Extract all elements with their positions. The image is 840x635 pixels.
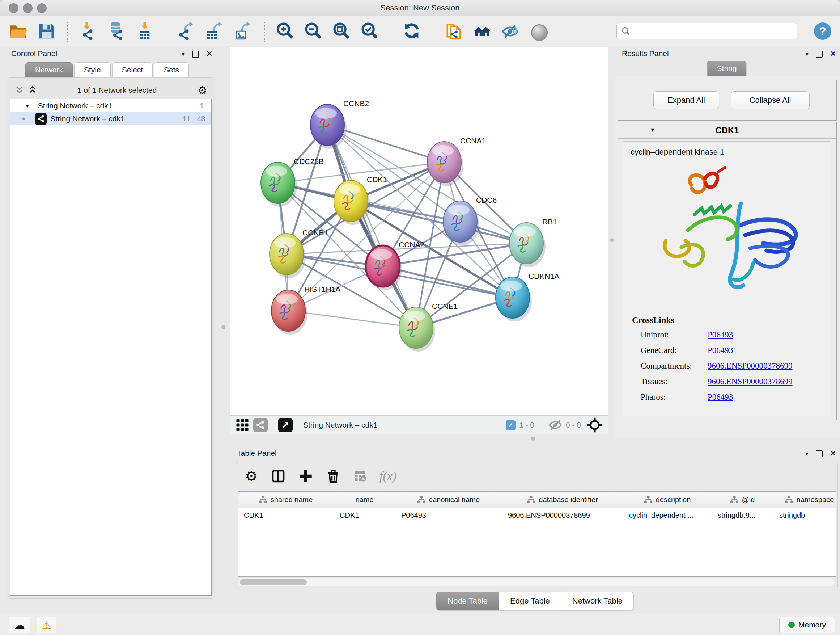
delete-column-icon[interactable] xyxy=(326,469,340,483)
tab-network[interactable]: Network xyxy=(25,62,73,77)
network-graph[interactable]: CCNB2CCNA1CDC25BCDK1CDC6RB1CCNB1CCNA2CDK… xyxy=(230,47,608,415)
column-header-namespace[interactable]: namespace xyxy=(774,492,836,508)
edge-CDK1-RB1[interactable] xyxy=(351,201,526,243)
node-label-CDK1: CDK1 xyxy=(367,175,387,184)
panel-menu-button[interactable]: ▾ xyxy=(806,51,808,57)
panel-close-button[interactable]: ✕ xyxy=(830,449,836,458)
warnings-button[interactable]: ⚠ xyxy=(37,616,57,633)
panel-float-button[interactable] xyxy=(816,450,823,457)
crosslink-link[interactable]: 9606.ENSP00000378699 xyxy=(707,377,793,386)
import-network-from-file-button[interactable] xyxy=(79,21,98,41)
tab-sets[interactable]: Sets xyxy=(154,62,189,77)
control-panel-title: Control Panel xyxy=(11,49,57,58)
results-panel: Results Panel ▾ ✕ String Expand All Coll… xyxy=(615,47,840,437)
protein-structure-image xyxy=(642,161,812,306)
protein-description: cyclin–dependent kinase 1 xyxy=(623,141,831,157)
protein-section-header[interactable]: ▼ CDK1 xyxy=(618,122,836,139)
crosslink-row: Tissues:9606.ENSP00000378699 xyxy=(641,377,831,386)
fit-selected-crosshair-icon[interactable] xyxy=(587,417,603,433)
column-header-shared-name[interactable]: shared name xyxy=(238,492,334,508)
network-collection-row[interactable]: ▼ String Network – cdk1 1 xyxy=(10,99,211,112)
node-table[interactable]: shared namenamecanonical namedatabase id… xyxy=(238,491,836,577)
search-box[interactable] xyxy=(616,23,797,40)
gear-icon[interactable]: ⚙ xyxy=(197,84,207,97)
zoom-out-button[interactable] xyxy=(304,21,324,41)
splitter-grip[interactable] xyxy=(531,437,535,440)
panel-float-button[interactable] xyxy=(192,51,199,57)
zoom-selected-button[interactable] xyxy=(360,21,380,41)
expand-all-icon[interactable] xyxy=(28,86,36,95)
splitter-grip[interactable] xyxy=(221,325,225,329)
edge-CCNA2-CDKN1A[interactable] xyxy=(383,266,513,298)
cell-database-identifier[interactable]: 9606.ENSP00000378699 xyxy=(502,511,623,519)
panel-menu-button[interactable]: ▾ xyxy=(182,51,185,57)
cell-name[interactable]: CDK1 xyxy=(334,511,395,519)
cell-description[interactable]: cyclin–dependent ... xyxy=(623,511,712,519)
zoom-fit-button[interactable] xyxy=(332,21,352,41)
crosslink-link[interactable]: P06493 xyxy=(707,346,733,355)
tab-style[interactable]: Style xyxy=(74,62,111,77)
panel-menu-button[interactable]: ▾ xyxy=(806,450,808,457)
status-separator xyxy=(298,418,298,432)
hidden-edges-eye-slash-icon[interactable] xyxy=(548,418,562,432)
column-header--id[interactable]: @id xyxy=(712,492,774,508)
table-settings-gear-icon[interactable]: ⚙ xyxy=(245,469,258,483)
import-network-from-database-button[interactable] xyxy=(107,21,126,41)
selected-nodes-checkbox[interactable]: ✓ xyxy=(506,420,515,430)
show-graphics-details-button[interactable] xyxy=(529,21,548,41)
horizontal-scrollbar[interactable] xyxy=(238,578,835,586)
column-header-description[interactable]: description xyxy=(623,492,712,508)
column-header-name[interactable]: name xyxy=(334,492,395,508)
network-canvas[interactable]: CCNB2CCNA1CDC25BCDK1CDC6RB1CCNB1CCNA2CDK… xyxy=(230,47,608,415)
table-row[interactable]: CDK1CDK1P064939606.ENSP00000378699cyclin… xyxy=(238,508,836,523)
edge-CCNB2-CCNE1[interactable] xyxy=(327,125,416,328)
network-share-icon[interactable] xyxy=(253,418,268,432)
cell-shared-name[interactable]: CDK1 xyxy=(238,511,334,519)
tab-node-table[interactable]: Node Table xyxy=(436,592,499,610)
splitter-grip[interactable] xyxy=(610,238,614,242)
import-table-from-file-button[interactable] xyxy=(135,21,155,41)
crosslink-link[interactable]: P06493 xyxy=(707,330,733,340)
network-row-selected[interactable]: ● String Network – cdk1 11 48 xyxy=(10,112,211,125)
export-table-button[interactable] xyxy=(205,21,225,41)
column-header-database-identifier[interactable]: database identifier xyxy=(502,492,623,508)
show-columns-icon[interactable] xyxy=(271,469,286,483)
document-share-button[interactable] xyxy=(444,21,464,41)
crosslink-row: Pharos:P06493 xyxy=(641,393,831,402)
export-network-button[interactable] xyxy=(177,21,197,41)
cell-namespace[interactable]: stringdb xyxy=(774,511,836,519)
crosslink-link[interactable]: P06493 xyxy=(707,393,733,402)
cell--id[interactable]: stringdb:9... xyxy=(712,511,774,519)
save-session-button[interactable] xyxy=(37,21,57,41)
collapse-all-icon[interactable] xyxy=(16,86,24,95)
tab-edge-table[interactable]: Edge Table xyxy=(499,592,561,610)
add-column-icon[interactable] xyxy=(298,469,313,483)
cloud-status-button[interactable]: ☁ xyxy=(9,616,30,633)
tab-select[interactable]: Select xyxy=(112,62,153,77)
tree-expand-icon[interactable]: ▼ xyxy=(25,103,30,109)
grid-view-icon[interactable] xyxy=(236,418,249,432)
tab-network-table[interactable]: Network Table xyxy=(561,592,634,610)
tab-string[interactable]: String xyxy=(707,61,747,76)
open-in-new-window-icon[interactable] xyxy=(278,418,293,432)
scrollbar-thumb[interactable] xyxy=(240,579,307,585)
crosslink-link[interactable]: 9606.ENSP00000378699 xyxy=(707,361,793,371)
hide-graphics-icon-button[interactable] xyxy=(501,21,520,41)
panel-float-button[interactable] xyxy=(816,51,823,57)
panel-close-button[interactable]: ✕ xyxy=(830,49,836,59)
memory-button[interactable]: Memory xyxy=(779,616,835,633)
open-session-button[interactable] xyxy=(9,21,28,41)
home-button[interactable] xyxy=(472,21,492,41)
help-button[interactable]: ? xyxy=(814,22,831,40)
zoom-in-button[interactable] xyxy=(276,21,295,41)
search-input[interactable] xyxy=(634,27,793,36)
network-tree: ▼ String Network – cdk1 1 ● String Netwo… xyxy=(10,99,212,595)
export-image-button[interactable] xyxy=(234,21,253,41)
column-header-canonical-name[interactable]: canonical name xyxy=(395,492,502,508)
refresh-button[interactable] xyxy=(402,21,422,41)
memory-label: Memory xyxy=(798,621,826,629)
collapse-all-button[interactable]: Collapse All xyxy=(731,91,810,109)
cell-canonical-name[interactable]: P06493 xyxy=(395,511,502,519)
expand-all-button[interactable]: Expand All xyxy=(653,91,719,109)
panel-close-button[interactable]: ✕ xyxy=(206,49,213,59)
